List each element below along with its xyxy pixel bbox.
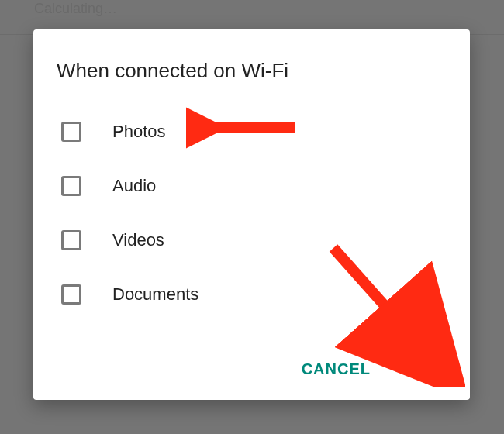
background-status-text: Calculating… [34, 1, 117, 17]
option-documents[interactable]: Documents [57, 267, 447, 322]
option-audio[interactable]: Audio [57, 159, 447, 213]
dialog-title: When connected on Wi-Fi [57, 59, 447, 83]
checkbox-icon[interactable] [61, 230, 81, 250]
option-photos[interactable]: Photos [57, 105, 447, 159]
checkbox-icon[interactable] [61, 122, 81, 142]
option-label: Videos [112, 230, 164, 250]
option-label: Documents [112, 284, 198, 305]
option-label: Audio [112, 176, 156, 196]
checkbox-icon[interactable] [61, 284, 81, 305]
cancel-button[interactable]: CANCEL [297, 354, 375, 384]
autodownload-dialog: When connected on Wi-Fi Photos Audio Vid… [33, 29, 470, 400]
option-label: Photos [112, 122, 166, 142]
option-videos[interactable]: Videos [57, 213, 447, 267]
ok-button[interactable]: OK [413, 354, 447, 384]
options-list: Photos Audio Videos Documents [57, 105, 447, 322]
checkbox-icon[interactable] [61, 176, 81, 196]
dialog-actions: CANCEL OK [297, 354, 447, 384]
